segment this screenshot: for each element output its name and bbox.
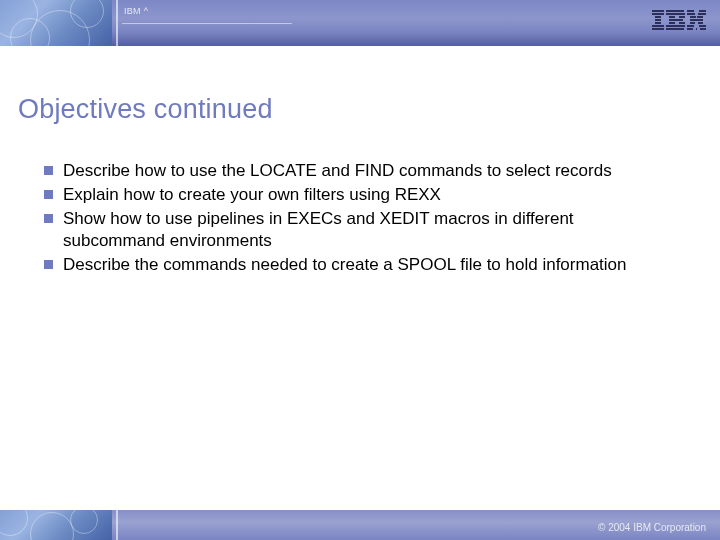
list-item: Explain how to create your own filters u… (44, 184, 654, 206)
svg-rect-12 (669, 22, 675, 24)
svg-rect-21 (697, 16, 703, 18)
svg-rect-15 (666, 28, 684, 30)
svg-rect-22 (690, 19, 703, 21)
list-item: Describe how to use the LOCATE and FIND … (44, 160, 654, 182)
footer-band: © 2004 IBM Corporation (0, 510, 720, 540)
svg-rect-9 (669, 16, 675, 18)
svg-rect-13 (679, 22, 685, 24)
svg-rect-19 (698, 13, 706, 15)
svg-rect-11 (669, 19, 683, 21)
bullet-square-icon (44, 166, 53, 175)
svg-rect-17 (699, 10, 706, 12)
svg-rect-5 (652, 25, 664, 27)
bullet-square-icon (44, 214, 53, 223)
header-accent-square (0, 0, 112, 46)
svg-rect-29 (696, 28, 697, 30)
svg-rect-18 (687, 13, 695, 15)
svg-rect-14 (666, 25, 685, 27)
header-divider (116, 0, 118, 46)
bullet-square-icon (44, 260, 53, 269)
slide-title: Objectives continued (18, 94, 273, 125)
svg-rect-25 (687, 25, 694, 27)
bullet-text: Explain how to create your own filters u… (63, 184, 441, 206)
svg-rect-24 (698, 22, 703, 24)
svg-rect-8 (666, 13, 685, 15)
bullet-text: Show how to use pipelines in EXECs and X… (63, 208, 654, 252)
list-item: Show how to use pipelines in EXECs and X… (44, 208, 654, 252)
svg-rect-23 (690, 22, 695, 24)
bullet-list: Describe how to use the LOCATE and FIND … (44, 160, 654, 278)
header-rule (122, 23, 292, 24)
svg-rect-16 (687, 10, 694, 12)
svg-rect-2 (655, 16, 661, 18)
svg-rect-20 (690, 16, 696, 18)
svg-rect-1 (652, 13, 664, 15)
ibm-logo-icon (652, 10, 706, 32)
list-item: Describe the commands needed to create a… (44, 254, 654, 276)
copyright-text: © 2004 IBM Corporation (598, 522, 706, 533)
header-band: IBM ^ (0, 0, 720, 46)
svg-rect-10 (679, 16, 685, 18)
svg-rect-3 (655, 19, 661, 21)
bullet-square-icon (44, 190, 53, 199)
svg-rect-4 (655, 22, 661, 24)
svg-rect-0 (652, 10, 664, 12)
header-brand-small: IBM ^ (124, 6, 148, 16)
footer-accent-square (0, 510, 112, 540)
svg-rect-6 (652, 28, 664, 30)
bullet-text: Describe the commands needed to create a… (63, 254, 627, 276)
footer-divider (116, 510, 118, 540)
slide: IBM ^ (0, 0, 720, 540)
svg-rect-28 (700, 28, 706, 30)
svg-rect-26 (699, 25, 706, 27)
svg-rect-27 (687, 28, 693, 30)
svg-rect-7 (666, 10, 684, 12)
bullet-text: Describe how to use the LOCATE and FIND … (63, 160, 612, 182)
